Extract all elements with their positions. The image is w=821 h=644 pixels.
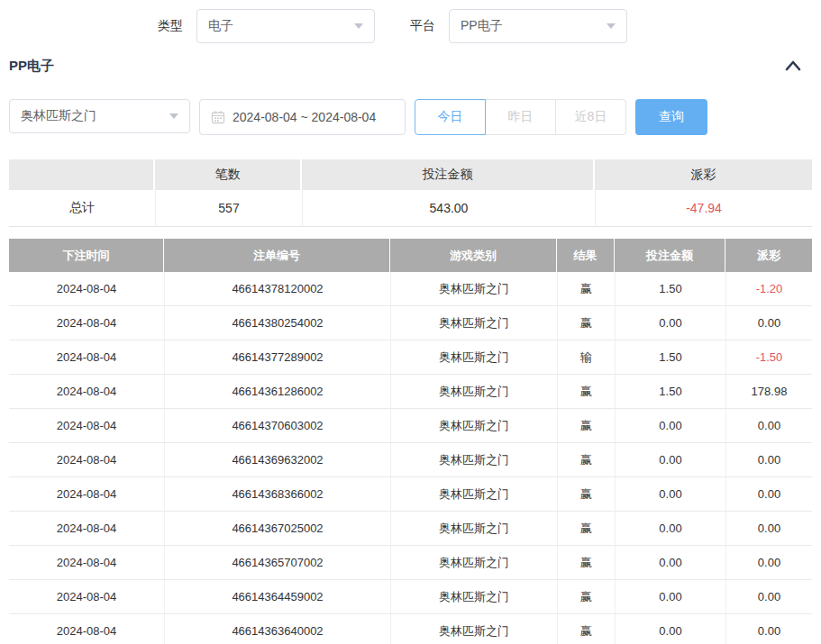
cell-bet-amount: 0.00 [615,512,725,546]
header-bet-amount: 投注金额 [615,239,725,272]
cell-game-category: 奥林匹斯之门 [390,614,557,644]
cell-bet-amount: 1.50 [615,375,725,409]
date-range-input[interactable]: 2024-08-04 ~ 2024-08-04 [199,99,406,135]
date-preset-button-group: 今日 昨日 近8日 [415,99,626,135]
chevron-down-icon [607,23,616,29]
cell-order-number: 46614378120002 [164,272,390,306]
cell-payout: 178.98 [725,375,812,409]
cell-bet-time: 2024-08-04 [9,580,164,614]
cell-payout: 0.00 [725,512,812,546]
header-payout: 派彩 [725,239,812,272]
table-row: 2024-08-04 46614365707002 奥林匹斯之门 赢 0.00 … [9,546,812,580]
cell-order-number: 46614364459002 [164,580,390,614]
cell-game-category: 奥林匹斯之门 [390,546,557,580]
cell-result: 输 [557,340,615,375]
cell-payout: 0.00 [725,546,812,580]
cell-bet-time: 2024-08-04 [9,272,164,306]
header-bet-time: 下注时间 [9,239,164,272]
summary-bet-amount-value: 543.00 [302,190,595,227]
summary-count-value: 557 [155,190,302,227]
cell-game-category: 奥林匹斯之门 [390,409,557,443]
summary-header-blank [9,159,155,190]
platform-filter-label: 平台 [410,18,435,34]
summary-header-bet-amount: 投注金额 [302,159,595,190]
cell-result: 赢 [557,477,615,512]
records-table: 下注时间 注单编号 游戏类别 结果 投注金额 派彩 2024-08-04 466… [9,239,812,644]
cell-order-number: 46614377289002 [164,340,390,375]
today-button[interactable]: 今日 [415,99,486,135]
cell-order-number: 46614380254002 [164,306,390,340]
header-order-number: 注单编号 [164,239,390,272]
cell-game-category: 奥林匹斯之门 [390,340,557,375]
cell-game-category: 奥林匹斯之门 [390,512,557,546]
summary-header-payout: 派彩 [595,159,812,190]
cell-game-category: 奥林匹斯之门 [390,306,557,340]
cell-bet-amount: 0.00 [615,477,725,512]
summary-total-label: 总计 [9,190,155,227]
table-row: 2024-08-04 46614368366002 奥林匹斯之门 赢 0.00 … [9,477,812,512]
table-row: 2024-08-04 46614369632002 奥林匹斯之门 赢 0.00 … [9,443,812,477]
table-row: 2024-08-04 46614367025002 奥林匹斯之门 赢 0.00 … [9,512,812,546]
cell-game-category: 奥林匹斯之门 [390,375,557,409]
cell-bet-time: 2024-08-04 [9,375,164,409]
type-select[interactable]: 电子 [196,9,375,43]
cell-order-number: 46614368366002 [164,477,390,512]
summary-payout-value: -47.94 [595,190,812,227]
collapse-button[interactable] [783,59,803,73]
game-select[interactable]: 奥林匹斯之门 [9,99,190,133]
cell-result: 赢 [557,409,615,443]
cell-bet-amount: 1.50 [615,272,725,306]
cell-result: 赢 [557,375,615,409]
cell-order-number: 46614367025002 [164,512,390,546]
chevron-down-icon [354,23,363,29]
table-row: 2024-08-04 46614364459002 奥林匹斯之门 赢 0.00 … [9,580,812,614]
cell-bet-time: 2024-08-04 [9,409,164,443]
type-select-value: 电子 [208,18,233,34]
cell-bet-time: 2024-08-04 [9,306,164,340]
chevron-down-icon [169,113,178,119]
platform-select[interactable]: PP电子 [449,9,627,43]
cell-result: 赢 [557,614,615,644]
cell-payout: -1.50 [725,340,812,375]
cell-payout: 0.00 [725,306,812,340]
cell-payout: -1.20 [725,272,812,306]
yesterday-button[interactable]: 昨日 [485,99,556,135]
cell-bet-time: 2024-08-04 [9,546,164,580]
cell-bet-time: 2024-08-04 [9,614,164,644]
header-game-category: 游戏类别 [390,239,557,272]
cell-payout: 0.00 [725,614,812,644]
last-8-days-button[interactable]: 近8日 [555,99,626,135]
records-body: 2024-08-04 46614378120002 奥林匹斯之门 赢 1.50 … [9,272,812,644]
cell-bet-time: 2024-08-04 [9,443,164,477]
cell-bet-amount: 1.50 [615,340,725,375]
summary-header-count: 笔数 [155,159,302,190]
cell-result: 赢 [557,546,615,580]
cell-game-category: 奥林匹斯之门 [390,443,557,477]
platform-select-value: PP电子 [461,18,503,34]
calendar-icon [211,110,225,124]
table-row: 2024-08-04 46614361286002 奥林匹斯之门 赢 1.50 … [9,375,812,409]
type-filter-label: 类型 [158,18,183,34]
cell-bet-amount: 0.00 [615,614,725,644]
top-filter-bar: 类型 电子 平台 PP电子 [158,8,812,44]
cell-result: 赢 [557,306,615,340]
section-controls: 奥林匹斯之门 2024-08-04 ~ 2024-08-04 今日 昨日 近8日… [9,99,812,135]
page: 类型 电子 平台 PP电子 PP电子 奥林匹斯之门 [0,8,821,644]
cell-order-number: 46614369632002 [164,443,390,477]
cell-bet-time: 2024-08-04 [9,340,164,375]
table-row: 2024-08-04 46614377289002 奥林匹斯之门 输 1.50 … [9,340,812,375]
table-row: 2024-08-04 46614378120002 奥林匹斯之门 赢 1.50 … [9,272,812,306]
query-button[interactable]: 查询 [635,99,707,135]
table-row: 2024-08-04 46614380254002 奥林匹斯之门 赢 0.00 … [9,306,812,340]
cell-payout: 0.00 [725,443,812,477]
summary-total-row: 总计 557 543.00 -47.94 [9,190,812,227]
cell-game-category: 奥林匹斯之门 [390,272,557,306]
section-title: PP电子 [9,58,54,75]
cell-order-number: 46614365707002 [164,546,390,580]
table-row: 2024-08-04 46614363640002 奥林匹斯之门 赢 0.00 … [9,614,812,644]
table-row: 2024-08-04 46614370603002 奥林匹斯之门 赢 0.00 … [9,409,812,443]
cell-bet-amount: 0.00 [615,580,725,614]
cell-result: 赢 [557,512,615,546]
cell-bet-amount: 0.00 [615,443,725,477]
cell-bet-time: 2024-08-04 [9,512,164,546]
